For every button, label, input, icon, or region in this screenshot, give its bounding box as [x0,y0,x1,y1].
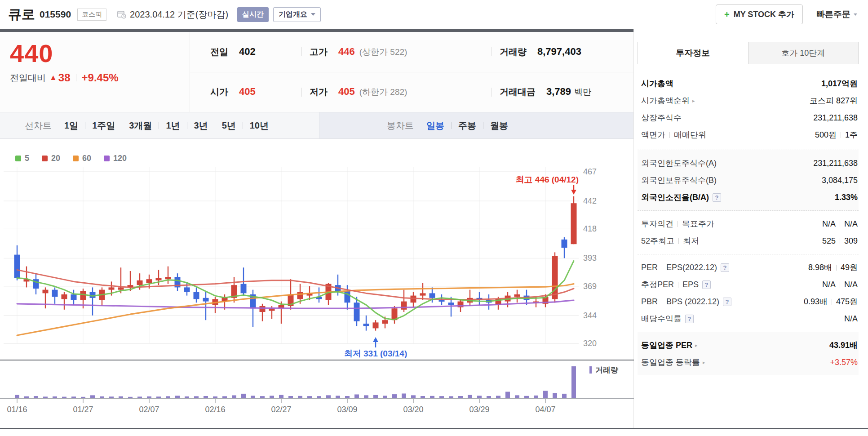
info-section: 시가총액1,017억원시가총액순위▸코스피 827위상장주식수231,211,6… [638,64,859,150]
widget-top-accent-bar [0,29,633,32]
stock-title: 큐로 [8,5,35,24]
info-row: 외국인소진율(B/A)?1.33% [638,189,859,206]
low-label: 저가 [310,86,328,98]
open-value: 405 [239,86,256,98]
help-icon[interactable]: ? [721,263,729,272]
help-icon[interactable]: ? [685,315,694,323]
svg-text:442: 442 [583,196,597,205]
info-label: 추정PEREPS? [641,279,711,290]
prev-close-cell: 전일 402 [190,46,301,58]
chart-annotations: 최고 446 (04/12)최저 331 (03/14) [344,175,579,358]
volume-label: 거래량 [500,46,527,58]
current-price: 440 [10,39,190,68]
info-row: PBRBPS (2022.12)?0.93배475원 [638,293,859,310]
chart-tab-1년[interactable]: 1년 [166,120,180,132]
info-row: PEREPS(2022.12)?8.98배49원 [638,259,859,276]
change-label: 전일대비 [10,72,46,84]
add-my-stock-button[interactable]: + MY STOCK 추가 [716,4,803,24]
date-axis-labels: 01/1601/2702/0702/1602/2703/0903/2003/29… [7,399,555,414]
info-label: 52주최고최저 [641,236,699,246]
upper-limit-note: (상한가 522) [359,46,407,58]
current-price-block: 440 전일대비 ▲ 38 +9.45% [0,32,190,112]
divider [159,122,159,129]
trade-value-unit: 백만 [574,86,591,98]
svg-text:거래량: 거래량 [595,366,618,374]
lower-limit-note: (하한가 282) [359,86,407,98]
up-arrow-icon: ▲ [49,73,57,82]
info-row: 액면가매매단위500원1주 [638,126,859,143]
reference-date: 2023.04.12 기준(장마감) [130,9,228,21]
info-row: 투자의견목표주가N/AN/A [638,215,859,232]
chart-toolbar: 선차트1일1주일3개월1년3년5년10년 봉차트일봉주봉월봉 [0,112,633,139]
chart-tab-5년[interactable]: 5년 [222,120,236,132]
chart-tab-3년[interactable]: 3년 [194,120,208,132]
high-value: 446 [338,46,355,58]
help-icon[interactable]: ? [723,298,731,306]
realtime-badge: 실시간 [237,7,269,22]
divider [243,122,243,129]
panel-frames [0,360,634,399]
legend-label: 20 [51,154,60,163]
price-summary-panel: 440 전일대비 ▲ 38 +9.45% 전일 402 [0,32,633,112]
low-cell: 저가 405 (하한가 282) [302,86,492,98]
prev-close-value: 402 [239,46,256,58]
info-label: 배당수익률? [641,313,694,324]
svg-text:03/29: 03/29 [469,405,489,414]
svg-text:01/16: 01/16 [7,405,27,414]
divider [122,122,122,129]
tab-투자정보[interactable]: 투자정보 [638,42,748,64]
svg-text:320: 320 [583,339,597,348]
legend-label: 120 [113,154,127,163]
info-row: 상장주식수231,211,638 [638,109,859,126]
info-value: +3.57% [830,358,858,367]
divider [840,238,840,244]
help-icon[interactable]: ? [702,280,711,289]
svg-text:최저 331 (03/14): 최저 331 (03/14) [344,349,407,358]
ma-legend-item: 20 [42,154,60,163]
trade-value-cell: 거래대금 3,789 백만 [492,86,591,98]
info-value: 231,211,638 [813,113,858,123]
tab-호가 10단계[interactable]: 호가 10단계 [748,42,859,64]
info-row[interactable]: 동일업종 등락률▸+3.57% [638,354,859,371]
chart-tab-10년[interactable]: 10년 [250,120,269,132]
info-value: N/AN/A [822,280,858,289]
volume-bars [15,366,576,398]
chart-tab-주봉[interactable]: 주봉 [458,120,476,132]
info-value: 0.93배475원 [804,296,858,307]
svg-text:02/16: 02/16 [205,405,225,414]
info-row[interactable]: 동일업종 PER▸43.91배 [638,337,859,354]
info-row[interactable]: 시가총액순위▸코스피 827위 [638,92,859,109]
change-percent: +9.45% [82,71,119,84]
calendar-clock-icon [117,10,126,19]
info-label: 외국인소진율(B/A)? [641,192,721,203]
chart-tab-월봉[interactable]: 월봉 [490,120,508,132]
ma-legend-item: 5 [15,154,29,163]
svg-text:393: 393 [583,254,597,262]
divider [841,132,841,138]
info-value: 231,211,638 [813,159,858,168]
info-row: 외국인한도주식수(A)231,211,638 [638,155,859,172]
legend-color-swatch [104,156,110,161]
chevron-down-icon [311,13,315,16]
divider [678,221,678,227]
info-row: 외국인보유주식수(B)3,084,175 [638,172,859,189]
chart-tab-1주일[interactable]: 1주일 [92,120,115,132]
quick-order-button[interactable]: 빠른주문 [816,9,857,20]
chart-grid [4,167,579,343]
chart-tab-선차트: 선차트 [25,120,52,132]
chart-tab-1일[interactable]: 1일 [64,120,78,132]
info-section: PEREPS(2022.12)?8.98배49원추정PEREPS?N/AN/AP… [638,254,859,332]
svg-text:344: 344 [583,311,597,320]
high-label: 고가 [310,46,328,58]
info-label: PEREPS(2022.12)? [641,263,729,272]
chart-tab-일봉[interactable]: 일봉 [426,120,444,132]
info-value: N/A [844,314,858,324]
price-axis-labels: 467442418393369344320 [583,167,597,348]
chart-tab-봉차트: 봉차트 [387,120,414,132]
company-overview-dropdown[interactable]: 기업개요 [273,7,321,22]
market-badge: 코스피 [77,9,106,21]
help-icon[interactable]: ? [713,193,721,202]
info-value: 500원1주 [815,129,858,140]
chart-tab-3개월[interactable]: 3개월 [129,120,152,132]
svg-text:02/07: 02/07 [139,405,159,414]
